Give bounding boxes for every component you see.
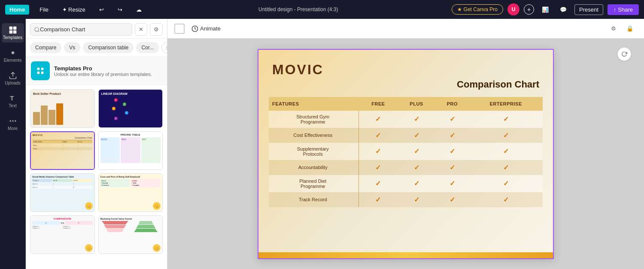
chip-vs[interactable]: Vs <box>64 42 80 53</box>
table-row: Structured GymProgramme ✓ ✓ ✓ ✓ <box>269 111 543 128</box>
canvas-toolbar: Animate ⚙ 🔒 <box>167 19 644 39</box>
color-swatch[interactable] <box>174 24 185 34</box>
checkmark-icon: ✓ <box>503 164 509 171</box>
sidebar-label-templates: Templates <box>3 35 23 40</box>
svg-rect-11 <box>37 68 40 70</box>
template-thumb-1[interactable]: Best Seller Product <box>30 89 95 128</box>
present-button[interactable]: Present <box>574 4 603 15</box>
svg-rect-0 <box>9 27 12 30</box>
topbar: Home File ✦ Resize ↩ ↪ ☁ Untitled design… <box>0 0 644 19</box>
crown-badge-7: 👑 <box>85 244 93 252</box>
sidebar-label-text: Text <box>9 103 16 108</box>
search-bar: ✕ ⚙ <box>26 19 167 39</box>
pro-check-3: ✓ <box>436 143 469 160</box>
sidebar-item-elements[interactable]: Elements <box>2 46 24 65</box>
get-canva-pro-button[interactable]: ★ Get Canva Pro <box>452 4 503 15</box>
share-button[interactable]: ↑ Share <box>608 4 639 15</box>
stats-icon[interactable]: 📊 <box>538 5 552 15</box>
sidebar-item-templates[interactable]: Templates <box>2 23 24 42</box>
slide[interactable]: MOVIC Comparison Chart FEATURES FREE PLU… <box>258 49 554 259</box>
slide-header: MOVIC Comparison Chart <box>258 50 553 97</box>
svg-text:T: T <box>10 94 14 102</box>
col-free: FREE <box>359 97 397 111</box>
cloud-button[interactable]: ☁ <box>133 5 145 15</box>
ent-check-4: ✓ <box>469 160 543 175</box>
feature-name: Track Record <box>269 192 359 207</box>
lock-button[interactable]: 🔒 <box>623 23 637 34</box>
avatar: U <box>507 3 519 15</box>
col-features: FEATURES <box>269 97 359 111</box>
pro-title: Templates Pro <box>54 65 152 72</box>
sidebar-item-uploads[interactable]: Uploads <box>2 69 24 88</box>
undo-button[interactable]: ↩ <box>96 5 107 15</box>
template-thumb-cons-pros[interactable]: Cons and Pros of Being Self-Employed PRO… <box>98 173 163 212</box>
chip-cor[interactable]: Cor... <box>136 42 159 53</box>
feature-name: Planned DietProgramme <box>269 175 359 192</box>
clear-search-button[interactable]: ✕ <box>135 23 147 36</box>
sidebar-label-more: More <box>8 126 18 131</box>
format-button[interactable]: ⚙ <box>608 23 620 34</box>
search-input[interactable] <box>40 26 128 33</box>
sidebar-item-more[interactable]: More <box>2 114 24 133</box>
resize-button[interactable]: ✦ Resize <box>59 5 89 15</box>
ent-check-1: ✓ <box>469 111 543 128</box>
checkmark-icon: ✓ <box>450 196 455 203</box>
home-button[interactable]: Home <box>5 5 29 15</box>
checkmark-icon: ✓ <box>503 196 509 203</box>
checkmark-icon: ✓ <box>414 115 419 123</box>
refresh-button[interactable] <box>617 47 631 61</box>
template-thumb-movic[interactable]: MOVIC Comparison Chart FEATURESFREEPLUS … <box>30 131 95 170</box>
checkmark-icon: ✓ <box>503 115 509 123</box>
template-thumb-pricing[interactable]: PRICING TABLE BASIC PRO ENT <box>98 131 163 170</box>
free-check-6: ✓ <box>359 192 397 207</box>
pro-logo-icon <box>36 66 45 76</box>
redo-button[interactable]: ↪ <box>114 5 126 15</box>
checkmark-icon: ✓ <box>414 132 419 139</box>
add-button[interactable]: + <box>524 4 534 15</box>
pro-check-1: ✓ <box>436 111 469 128</box>
sidebar-label-uploads: Uploads <box>5 81 21 85</box>
chip-compare[interactable]: Compare <box>30 42 61 53</box>
template-thumb-comparison[interactable]: COMPARISON A VS B • Feature 1 ✓• Feature… <box>30 215 95 254</box>
pro-check-5: ✓ <box>436 175 469 192</box>
chips-next-button[interactable]: › <box>161 42 167 53</box>
search-input-wrap[interactable] <box>30 23 132 36</box>
checkmark-icon: ✓ <box>450 132 455 139</box>
canvas-area: Animate ⚙ 🔒 MOVIC Comparison Chart <box>167 19 644 269</box>
chip-comparison-table[interactable]: Comparison table <box>83 42 134 53</box>
slide-brand: MOVIC <box>272 62 324 78</box>
checkmark-icon: ✓ <box>450 148 455 155</box>
topbar-right: ★ Get Canva Pro U + 📊 💬 Present ↑ Share <box>452 3 639 15</box>
template-thumb-social[interactable]: Social Media Features Comparison Table F… <box>30 173 95 212</box>
svg-rect-14 <box>41 72 44 74</box>
sidebar: Templates Elements Uploads T Text More <box>0 19 26 269</box>
file-button[interactable]: File <box>36 5 52 15</box>
template-thumb-2[interactable]: LINEAR DIAGRAM 1 2 3 4 5 <box>98 89 163 128</box>
refresh-icon <box>621 51 627 57</box>
pro-check-4: ✓ <box>436 160 469 175</box>
canvas-workspace: MOVIC Comparison Chart FEATURES FREE PLU… <box>167 39 644 269</box>
more-icon <box>9 117 17 125</box>
main-layout: Templates Elements Uploads T Text More ✕ <box>0 19 644 269</box>
animate-button[interactable]: Animate <box>188 24 224 34</box>
svg-rect-13 <box>37 72 40 74</box>
template-thumb-marketing[interactable]: Marketing Funnel Value Funnel <box>98 215 163 254</box>
crown-badge-6: 👑 <box>153 202 161 210</box>
svg-rect-2 <box>9 30 12 34</box>
checkmark-icon: ✓ <box>375 115 381 123</box>
slide-table-wrap: FEATURES FREE PLUS PRO ERTERPRISE Struct… <box>258 97 553 207</box>
filter-button[interactable]: ⚙ <box>150 23 163 36</box>
grid-icon <box>9 26 17 34</box>
col-plus: PLUS <box>397 97 435 111</box>
toolbar-right-icons: ⚙ 🔒 <box>608 23 637 34</box>
comment-button[interactable]: 💬 <box>556 5 570 15</box>
table-row: SupplementaryProtocols ✓ ✓ ✓ ✓ <box>269 143 543 160</box>
upload-icon <box>9 71 17 80</box>
checkmark-icon: ✓ <box>414 164 419 171</box>
sidebar-item-text[interactable]: T Text <box>2 91 24 111</box>
pro-text: Templates Pro Unlock our entire library … <box>54 65 152 77</box>
ent-check-6: ✓ <box>469 192 543 207</box>
checkmark-icon: ✓ <box>450 180 455 187</box>
checkmark-icon: ✓ <box>503 148 509 155</box>
resize-icon: ✦ <box>62 6 67 13</box>
